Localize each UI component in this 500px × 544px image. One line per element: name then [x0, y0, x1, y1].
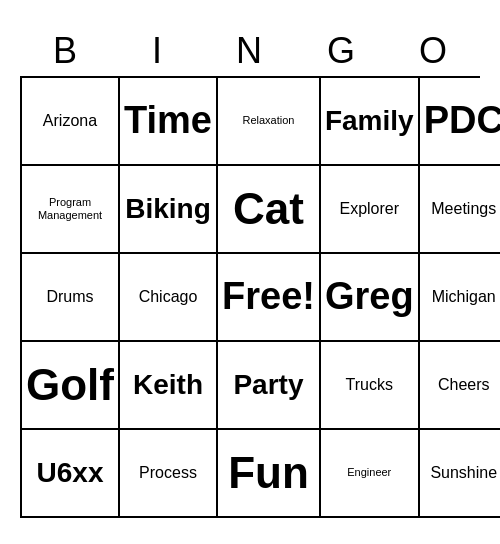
bingo-cell: Biking	[120, 166, 218, 254]
cell-text: Process	[139, 463, 197, 482]
cell-text: Party	[233, 368, 303, 402]
header-letter: O	[388, 26, 480, 76]
cell-text: Explorer	[339, 199, 399, 218]
cell-text: Sunshine	[430, 463, 497, 482]
cell-text: Trucks	[346, 375, 393, 394]
bingo-header: BINGO	[20, 26, 480, 76]
cell-text: Engineer	[347, 466, 391, 479]
bingo-cell: Cat	[218, 166, 321, 254]
header-letter: G	[296, 26, 388, 76]
bingo-cell: Program Management	[22, 166, 120, 254]
bingo-cell: Cheers	[420, 342, 500, 430]
cell-text: PDC	[424, 98, 500, 144]
bingo-cell: Process	[120, 430, 218, 518]
bingo-card: BINGO ArizonaTimeRelaxationFamilyPDCProg…	[20, 26, 480, 518]
cell-text: Michigan	[432, 287, 496, 306]
bingo-cell: PDC	[420, 78, 500, 166]
cell-text: Relaxation	[242, 114, 294, 127]
cell-text: Drums	[46, 287, 93, 306]
bingo-cell: Golf	[22, 342, 120, 430]
bingo-cell: Time	[120, 78, 218, 166]
header-letter: I	[112, 26, 204, 76]
cell-text: Biking	[125, 192, 211, 226]
cell-text: Cheers	[438, 375, 490, 394]
bingo-cell: Sunshine	[420, 430, 500, 518]
header-letter: B	[20, 26, 112, 76]
bingo-cell: Family	[321, 78, 420, 166]
bingo-cell: Greg	[321, 254, 420, 342]
cell-text: Free!	[222, 274, 315, 320]
bingo-grid: ArizonaTimeRelaxationFamilyPDCProgram Ma…	[20, 76, 480, 518]
cell-text: Meetings	[431, 199, 496, 218]
bingo-cell: Explorer	[321, 166, 420, 254]
bingo-cell: Drums	[22, 254, 120, 342]
cell-text: U6xx	[37, 456, 104, 490]
cell-text: Keith	[133, 368, 203, 402]
header-letter: N	[204, 26, 296, 76]
bingo-cell: Keith	[120, 342, 218, 430]
cell-text: Greg	[325, 274, 414, 320]
cell-text: Arizona	[43, 111, 97, 130]
bingo-cell: Engineer	[321, 430, 420, 518]
bingo-cell: Relaxation	[218, 78, 321, 166]
bingo-cell: Party	[218, 342, 321, 430]
bingo-cell: Trucks	[321, 342, 420, 430]
bingo-cell: Arizona	[22, 78, 120, 166]
cell-text: Fun	[228, 447, 309, 500]
cell-text: Time	[124, 98, 212, 144]
bingo-cell: Chicago	[120, 254, 218, 342]
cell-text: Golf	[26, 359, 114, 412]
cell-text: Chicago	[139, 287, 198, 306]
bingo-cell: Fun	[218, 430, 321, 518]
cell-text: Cat	[233, 183, 304, 236]
cell-text: Family	[325, 104, 414, 138]
bingo-cell: Free!	[218, 254, 321, 342]
bingo-cell: Michigan	[420, 254, 500, 342]
cell-text: Program Management	[26, 196, 114, 222]
bingo-cell: Meetings	[420, 166, 500, 254]
bingo-cell: U6xx	[22, 430, 120, 518]
